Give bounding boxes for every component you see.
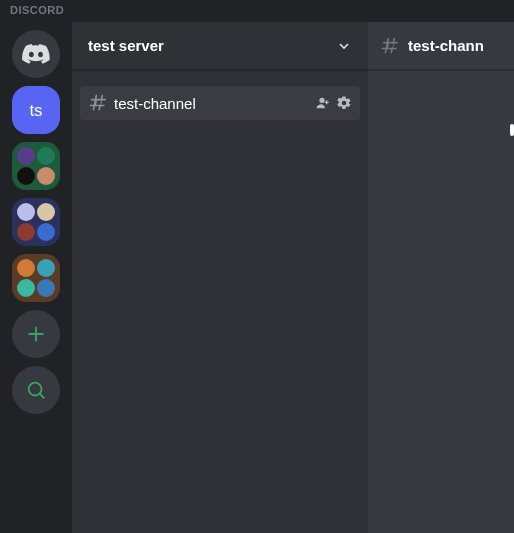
folder-server-icon [17, 167, 35, 185]
chat-messages[interactable] [368, 70, 514, 533]
add-server-button[interactable] [12, 310, 60, 358]
channel-list: test-channel [72, 70, 368, 120]
server-header[interactable]: test server [72, 22, 368, 70]
server-name: test server [88, 37, 164, 54]
folder-server-icon [17, 223, 35, 241]
folder-server-icon [17, 259, 35, 277]
server-folder-1[interactable] [12, 142, 60, 190]
chat-title: test-chann [408, 37, 484, 54]
folder-server-icon [37, 279, 55, 297]
folder-server-icon [17, 203, 35, 221]
folder-server-icon [17, 147, 35, 165]
explore-servers-button[interactable] [12, 366, 60, 414]
gear-icon[interactable] [336, 95, 352, 111]
svg-point-0 [29, 383, 42, 396]
folder-server-icon [37, 203, 55, 221]
hash-icon [88, 93, 108, 113]
channel-item[interactable]: test-channel [80, 86, 360, 120]
channel-sidebar: test server test-channel [72, 22, 368, 533]
channel-name: test-channel [114, 95, 308, 112]
home-button[interactable] [12, 30, 60, 78]
discord-logo-icon [22, 44, 50, 64]
hash-icon [380, 36, 400, 56]
compass-icon [25, 379, 47, 401]
folder-server-icon [37, 223, 55, 241]
chat-area: test-chann [368, 22, 514, 533]
server-folder-3[interactable] [12, 254, 60, 302]
server-rail: ts [0, 22, 72, 533]
discord-wordmark: DISCORD [0, 0, 514, 22]
chevron-down-icon [336, 38, 352, 54]
folder-server-icon [37, 147, 55, 165]
server-folder-2[interactable] [12, 198, 60, 246]
server-icon-selected[interactable]: ts [12, 86, 60, 134]
plus-icon [25, 323, 47, 345]
chat-header: test-chann [368, 22, 514, 70]
folder-server-icon [37, 259, 55, 277]
server-acronym: ts [29, 102, 42, 119]
create-invite-icon[interactable] [314, 95, 330, 111]
folder-server-icon [37, 167, 55, 185]
folder-server-icon [17, 279, 35, 297]
